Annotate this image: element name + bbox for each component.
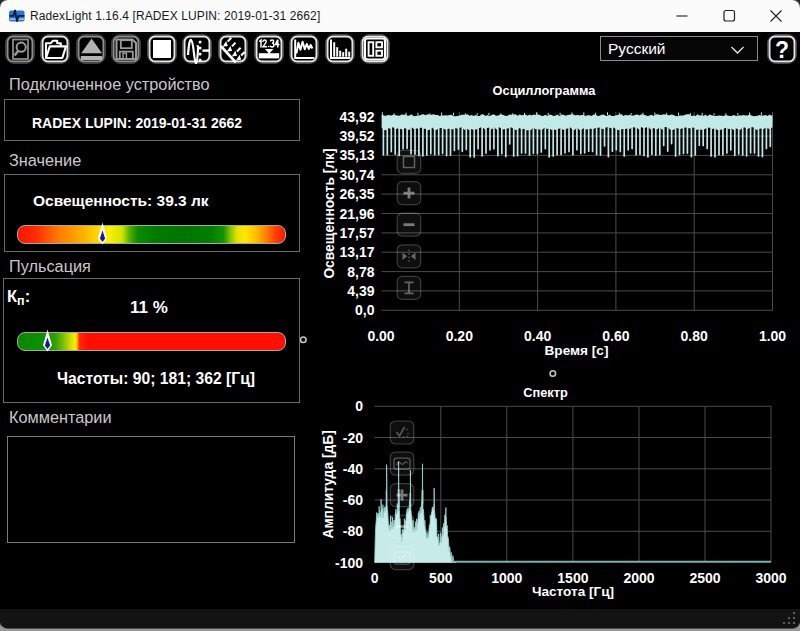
svg-text:0.60: 0.60 [602,328,629,344]
svg-text:21,96: 21,96 [339,206,374,222]
svg-text:?: ? [774,36,788,62]
svg-text:13,17: 13,17 [339,244,374,260]
svg-text:0,0: 0,0 [355,302,375,318]
svg-text:35,13: 35,13 [339,147,374,163]
svg-text:Время [с]: Время [с] [545,343,609,358]
svg-text:17,57: 17,57 [339,225,374,241]
svg-text:Осциллограмма: Осциллограмма [493,83,597,98]
svg-text:Освещенность [лк]: Освещенность [лк] [322,148,337,278]
svg-text:0.80: 0.80 [681,328,708,344]
svg-text:8,78: 8,78 [347,264,374,280]
svg-text:30,74: 30,74 [339,167,374,183]
svg-text:0.40: 0.40 [524,328,551,344]
svg-text:Частота [Гц]: Частота [Гц] [532,584,614,599]
svg-text:500: 500 [429,570,453,586]
svg-text:0.00: 0.00 [367,328,394,344]
svg-text:2500: 2500 [689,570,720,586]
svg-text:-100: -100 [335,555,363,571]
svg-text:2000: 2000 [623,570,654,586]
svg-text:0: 0 [371,570,379,586]
svg-text:-60: -60 [343,492,363,508]
svg-text:-40: -40 [343,461,363,477]
svg-text:3000: 3000 [755,570,786,586]
svg-text:39,52: 39,52 [339,128,374,144]
svg-text:1000: 1000 [491,570,522,586]
svg-text:1.00: 1.00 [759,328,786,344]
svg-text:0.20: 0.20 [446,328,473,344]
svg-text:0: 0 [355,398,363,414]
svg-text:43,92: 43,92 [339,109,374,125]
svg-text:-20: -20 [343,430,363,446]
svg-text:4,39: 4,39 [347,283,374,299]
svg-text:26,35: 26,35 [339,186,374,202]
svg-text:-80: -80 [343,523,363,539]
svg-text:Спектр: Спектр [523,385,568,400]
svg-text:Амплитуда [дБ]: Амплитуда [дБ] [322,430,337,538]
